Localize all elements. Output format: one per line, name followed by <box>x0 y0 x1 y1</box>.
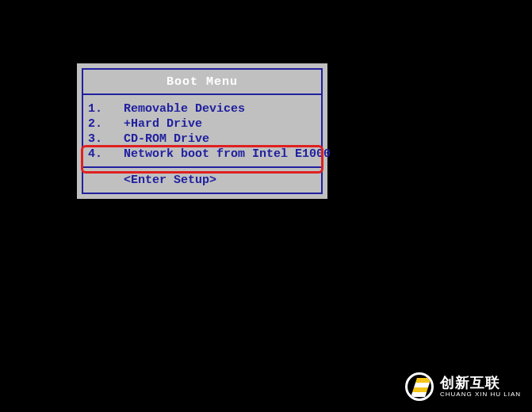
boot-item-network-boot[interactable]: 4. Network boot from Intel E1000 <box>88 147 316 162</box>
boot-menu-list: 1. Removable Devices 2. +Hard Drive 3. C… <box>82 95 323 168</box>
boot-menu-title-box: Boot Menu <box>82 68 323 95</box>
boot-menu-dialog: Boot Menu 1. Removable Devices 2. +Hard … <box>77 63 327 199</box>
boot-menu-title: Boot Menu <box>166 75 238 89</box>
boot-item-removable-devices[interactable]: 1. Removable Devices <box>88 101 316 116</box>
boot-item-hard-drive[interactable]: 2. +Hard Drive <box>88 116 316 132</box>
watermark-text: 创新互联 CHUANG XIN HU LIAN <box>440 376 521 398</box>
watermark-cn: 创新互联 <box>440 376 521 390</box>
watermark-en: CHUANG XIN HU LIAN <box>440 391 521 398</box>
boot-item-cdrom-drive[interactable]: 3. CD-ROM Drive <box>88 132 316 147</box>
bios-screen: Boot Menu 1. Removable Devices 2. +Hard … <box>0 0 532 412</box>
boot-menu-footer-box: <Enter Setup> <box>82 168 323 194</box>
watermark-logo-icon <box>405 372 434 401</box>
watermark: 创新互联 CHUANG XIN HU LIAN <box>405 372 521 401</box>
enter-setup-option[interactable]: <Enter Setup> <box>88 174 316 187</box>
